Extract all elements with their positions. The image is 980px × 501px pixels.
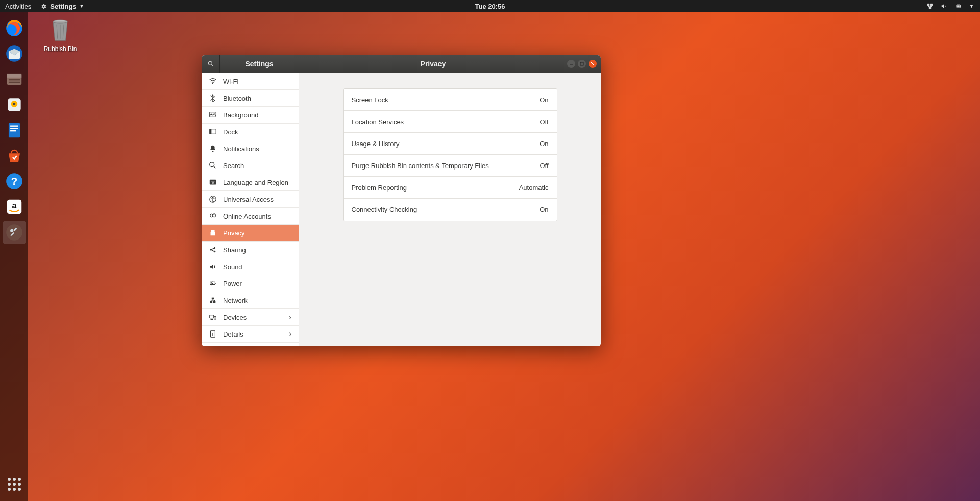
app-menu-label: Settings (50, 3, 76, 10)
settings-window: Settings Privacy Wi-FiBluetoothBackgroun… (202, 55, 601, 346)
top-panel: Activities Settings ▼ Tue 20:56 ▼ (0, 0, 980, 12)
svg-rect-18 (10, 130, 16, 131)
setting-label: Location Services (352, 118, 404, 126)
sidebar-item-label: Language and Region (223, 179, 288, 186)
setting-value: On (540, 206, 548, 213)
svg-point-36 (212, 83, 213, 84)
sharing-icon (209, 246, 217, 254)
svg-line-31 (211, 65, 213, 66)
privacy-icon (209, 229, 217, 237)
svg-point-48 (210, 249, 212, 251)
privacy-row[interactable]: Location ServicesOff (344, 111, 557, 133)
dock-software[interactable] (3, 144, 26, 168)
svg-text:a: a (12, 201, 16, 210)
sidebar-item-label: Notifications (223, 145, 259, 153)
wifi-icon (209, 77, 217, 85)
maximize-button[interactable] (578, 60, 586, 68)
dock-thunderbird[interactable] (3, 42, 26, 65)
settings-content: Screen LockOnLocation ServicesOffUsage &… (299, 73, 601, 346)
privacy-row[interactable]: Purge Rubbish Bin contents & Temporary F… (344, 155, 557, 177)
svg-point-47 (213, 214, 215, 217)
setting-value: Automatic (519, 184, 549, 192)
header-search-button[interactable] (202, 55, 220, 73)
network-icon[interactable] (926, 3, 934, 10)
close-button[interactable] (589, 60, 597, 68)
sidebar-item-dock[interactable]: Dock (202, 124, 299, 140)
dock-firefox[interactable] (3, 16, 26, 40)
desktop-rubbish-bin[interactable]: Rubbish Bin (40, 18, 81, 53)
svg-point-30 (208, 61, 212, 65)
battery-icon[interactable] (955, 3, 962, 10)
sidebar-item-sharing[interactable]: Sharing (202, 242, 299, 258)
dock-settings[interactable] (3, 221, 26, 244)
chevron-right-icon: › (289, 329, 291, 339)
search-icon (207, 60, 214, 67)
svg-rect-55 (212, 298, 214, 300)
sidebar-item-background[interactable]: Background (202, 107, 299, 124)
svg-rect-1 (931, 4, 933, 5)
svg-text:文: 文 (211, 181, 215, 185)
sidebar-item-label: Wi-Fi (223, 78, 238, 85)
svg-rect-2 (929, 7, 931, 9)
privacy-row[interactable]: Usage & HistoryOn (344, 133, 557, 155)
sidebar-item-details[interactable]: Details› (202, 326, 299, 343)
volume-icon[interactable] (941, 3, 948, 10)
sidebar-item-accessibility[interactable]: Universal Access (202, 191, 299, 208)
app-menu[interactable]: Settings ▼ (40, 3, 84, 10)
show-applications[interactable] (3, 472, 26, 496)
dock-writer[interactable] (3, 118, 26, 142)
privacy-row[interactable]: Problem ReportingAutomatic (344, 177, 557, 199)
privacy-row[interactable]: Connectivity CheckingOn (344, 199, 557, 221)
dock-amazon[interactable]: a (3, 195, 26, 219)
header-title-settings: Settings (220, 55, 299, 73)
sidebar-item-accounts[interactable]: Online Accounts (202, 208, 299, 225)
dock-files[interactable] (3, 67, 26, 91)
svg-rect-16 (10, 126, 18, 127)
svg-rect-17 (10, 128, 18, 129)
setting-label: Screen Lock (352, 96, 388, 104)
sidebar-item-wifi[interactable]: Wi-Fi (202, 73, 299, 90)
svg-rect-57 (214, 316, 216, 320)
svg-point-14 (13, 103, 15, 105)
sidebar-item-label: Dock (223, 128, 238, 136)
network-icon (209, 296, 217, 304)
sidebar-item-language[interactable]: 文Language and Region (202, 174, 299, 191)
svg-rect-10 (8, 79, 19, 80)
header-title-panel: Privacy (299, 60, 567, 68)
setting-label: Usage & History (352, 140, 400, 148)
svg-point-23 (6, 224, 22, 241)
chevron-right-icon: › (289, 313, 291, 322)
svg-point-40 (210, 162, 214, 167)
clock[interactable]: Tue 20:56 (475, 3, 505, 10)
language-icon: 文 (209, 178, 217, 186)
svg-text:?: ? (11, 175, 17, 187)
sidebar-item-search[interactable]: Search (202, 157, 299, 174)
privacy-list: Screen LockOnLocation ServicesOffUsage &… (343, 88, 557, 221)
system-menu-arrow-icon[interactable]: ▼ (969, 4, 974, 9)
sidebar-item-label: Network (223, 297, 248, 304)
sidebar-item-label: Devices (223, 314, 247, 321)
sidebar-item-bluetooth[interactable]: Bluetooth (202, 90, 299, 107)
sound-icon (209, 263, 217, 271)
svg-point-24 (10, 229, 13, 232)
minimize-button[interactable] (567, 60, 575, 68)
sidebar-item-label: Online Accounts (223, 212, 271, 220)
privacy-row[interactable]: Screen LockOn (344, 89, 557, 111)
sidebar-item-devices[interactable]: Devices› (202, 309, 299, 326)
sidebar-item-sound[interactable]: Sound (202, 258, 299, 275)
dock-help[interactable]: ? (3, 170, 26, 193)
dock-rhythmbox[interactable] (3, 93, 26, 116)
svg-rect-56 (210, 315, 214, 318)
settings-icon (40, 3, 47, 10)
apps-grid-icon (8, 478, 21, 491)
setting-label: Connectivity Checking (352, 206, 418, 213)
sidebar-item-power[interactable]: Power (202, 275, 299, 292)
sidebar-item-label: Bluetooth (223, 94, 251, 102)
sidebar-item-notifications[interactable]: Notifications (202, 140, 299, 157)
sidebar-item-label: Power (223, 280, 242, 288)
activities-button[interactable]: Activities (5, 3, 31, 10)
dropdown-arrow-icon: ▼ (80, 4, 84, 9)
sidebar-item-privacy[interactable]: Privacy (202, 225, 299, 242)
sidebar-item-network[interactable]: Network (202, 292, 299, 309)
svg-rect-11 (8, 82, 19, 83)
